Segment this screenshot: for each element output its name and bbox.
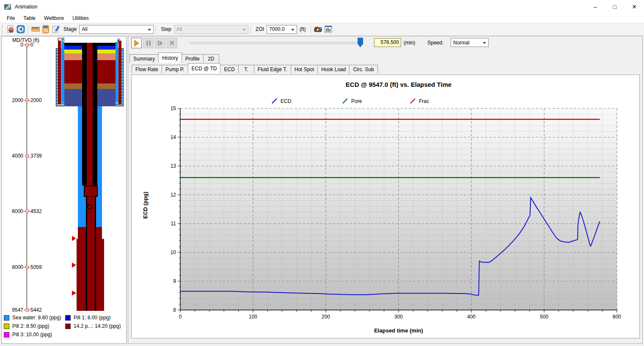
depth-tvd-label: 2000 — [30, 97, 56, 103]
fluid-swatch — [65, 324, 71, 329]
time-slider-track[interactable] — [190, 42, 360, 44]
maximize-button[interactable]: □ — [605, 0, 625, 14]
step-value: All — [176, 26, 182, 32]
depth-marker-icon — [22, 42, 32, 48]
booster-line-left — [61, 42, 64, 102]
title-bar: Animation – □ ✕ — [0, 0, 644, 14]
speed-value: Normal — [453, 40, 470, 46]
menu-item-table[interactable]: Table — [19, 14, 40, 23]
chevron-down-icon — [483, 42, 486, 44]
y-tick-label: 12 — [171, 192, 176, 198]
bha-pipe — [86, 197, 96, 311]
menu-item-wellbore[interactable]: Wellbore — [40, 14, 68, 23]
tab-summary[interactable]: Summary — [129, 54, 159, 63]
y-tick-label: 10 — [171, 249, 176, 255]
subtab-ecd[interactable]: ECD — [220, 65, 238, 73]
fluid-swatch — [4, 315, 9, 321]
depth-marker-arrow-icon — [72, 291, 76, 296]
x-tick-label: 500 — [540, 314, 548, 320]
close-button[interactable]: ✕ — [625, 0, 644, 14]
stop-button[interactable] — [167, 38, 177, 48]
pause-button[interactable] — [143, 38, 154, 48]
play-button[interactable] — [131, 38, 142, 48]
depth-marker-arrow-icon — [72, 236, 76, 241]
x-tick-label: 300 — [394, 314, 403, 320]
subtab-flow-rate[interactable]: Flow Rate — [132, 65, 162, 73]
app-icon — [4, 3, 11, 11]
wellbore-schematic-panel: MD/TVD (ft) CB K 00200020004000373960004… — [1, 36, 127, 344]
subtab-hot-spot[interactable]: Hot Spot — [291, 65, 318, 73]
depth-tvd-label: 5059 — [30, 264, 56, 270]
ecd-line-chart: 010020030040050060089101112131415 — [132, 75, 639, 338]
x-tick-label: 600 — [613, 314, 621, 320]
toolbar-separator — [28, 25, 28, 33]
animation-icon[interactable] — [16, 24, 26, 34]
stage-combobox[interactable]: All — [79, 25, 154, 34]
elapsed-time-field[interactable]: 576.500 — [374, 38, 401, 47]
toolbar: Stage All Step All ZOI 7000.0 (ft) — [0, 23, 644, 36]
subtab-hook-load[interactable]: Hook Load — [317, 65, 350, 73]
chart-card: ECD @ 9547.0 (ft) vs. Elapsed Time ECDPo… — [131, 75, 640, 338]
step-label: Step — [161, 26, 171, 32]
depth-md-label: 0 — [2, 42, 23, 48]
minimize-button[interactable]: – — [586, 0, 605, 14]
depth-marker-icon — [22, 307, 32, 313]
circulation-sub-icon — [87, 204, 92, 209]
depth-tvd-label: 4532 — [30, 208, 56, 214]
subtab-pump-p-[interactable]: Pump P. — [162, 65, 188, 73]
animation-window: { "window": { "title": "Animation", "con… — [0, 0, 644, 346]
zoi-label: ZOI — [256, 26, 264, 32]
depth-tvd-label: 0 — [30, 42, 56, 48]
step-forward-button[interactable] — [155, 38, 165, 48]
tab-profile[interactable]: Profile — [182, 54, 204, 63]
x-tick-label: 100 — [249, 314, 257, 320]
y-tick-label: 8 — [173, 307, 176, 313]
y-tick-label: 14 — [171, 134, 176, 140]
y-tick-label: 13 — [171, 163, 176, 169]
depth-marker-icon — [22, 97, 32, 103]
stage-label: Stage — [63, 26, 77, 32]
depth-md-label: 2000 — [2, 97, 23, 103]
y-tick-label: 15 — [171, 105, 176, 111]
depth-marker-icon — [22, 208, 32, 214]
step-combobox[interactable]: All — [174, 25, 248, 34]
edit-icon[interactable] — [51, 24, 61, 34]
menu-item-utilities[interactable]: Utilities — [68, 14, 93, 23]
toolbar-grip[interactable] — [2, 25, 4, 33]
fluid-swatch — [65, 315, 71, 321]
speed-combobox[interactable]: Normal — [451, 38, 489, 47]
drillpipe-inner — [87, 43, 93, 185]
tab-history[interactable]: History — [158, 53, 182, 63]
snapshot-icon[interactable] — [313, 24, 323, 34]
x-tick-label: 200 — [322, 314, 330, 320]
toolbar-separator — [311, 25, 311, 33]
depth-md-label: 9547 — [2, 307, 23, 313]
depth-marker-icon — [22, 264, 32, 270]
subtab-fluid-edge-t-[interactable]: Fluid Edge T. — [254, 65, 291, 73]
depth-md-label: 8000 — [2, 264, 23, 270]
fluid-swatch — [4, 332, 9, 338]
x-tick-label: 0 — [179, 314, 182, 320]
zoi-unit-label: (ft) — [300, 26, 306, 32]
casing-left — [58, 41, 61, 104]
tab-2d[interactable]: 2D — [203, 54, 219, 63]
subtab-t-[interactable]: T. — [238, 65, 254, 73]
x-tick-label: 400 — [467, 314, 476, 320]
depth-md-label: 6000 — [2, 208, 23, 214]
fluid-legend-label: Pill 1: 8.00 (ppg) — [74, 315, 110, 321]
depth-tvd-label: 5442 — [30, 307, 56, 313]
subtab-circ-sub[interactable]: Circ. Sub — [349, 65, 377, 73]
calculator-icon[interactable] — [41, 24, 51, 34]
menu-item-file[interactable]: File — [3, 14, 19, 23]
depth-marker-icon — [22, 153, 32, 159]
fluid-legend-label: Pill 3: 10.00 (ppg) — [12, 332, 52, 338]
chevron-down-icon — [148, 29, 151, 31]
report-icon[interactable] — [6, 24, 16, 34]
zoi-combobox[interactable]: 7000.0 — [267, 25, 297, 34]
stage-value: All — [82, 26, 87, 32]
fluid-legend-label: Sea water: 8.60 (ppg) — [12, 315, 61, 321]
subtab-ecd-td[interactable]: ECD @ TD — [188, 63, 221, 73]
data-table-icon[interactable] — [323, 24, 333, 34]
ruler-icon[interactable] — [30, 24, 41, 34]
menu-bar: FileTableWellboreUtilities — [0, 14, 644, 23]
